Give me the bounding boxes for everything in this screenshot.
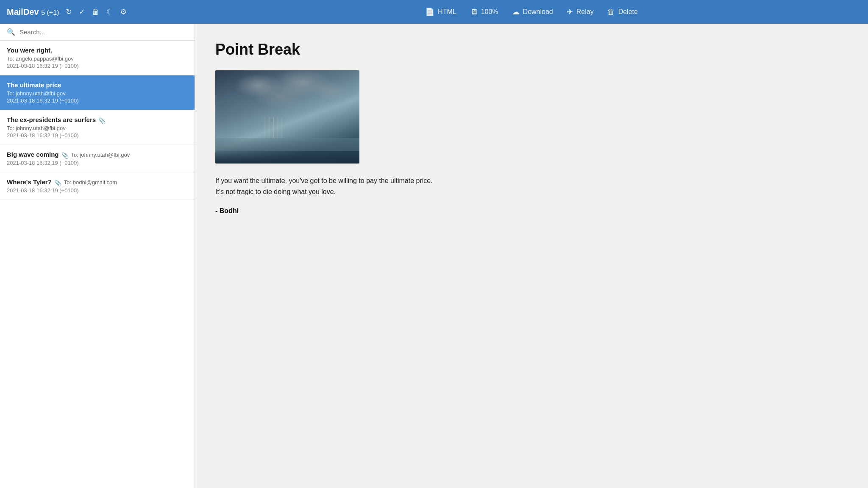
navbar-left: MailDev 5 (+1) ↻ ✓ 🗑 ☾ ⚙ [0,7,195,17]
email-to-1: To: angelo.pappas@fbi.gov [7,55,188,62]
search-bar: 🔍 [0,24,195,41]
email-to-3: To: johnny.utah@fbi.gov [7,125,188,131]
html-button[interactable]: 📄 HTML [425,7,456,17]
email-preview-image [215,70,359,164]
zoom-label: 100% [481,8,498,16]
delete-icon: 🗑 [607,8,615,17]
monitor-icon: 🖥 [470,8,478,17]
cloud-layer [215,70,359,121]
attachment-icon-3: 📎 [98,117,106,124]
refresh-icon[interactable]: ↻ [66,7,72,17]
relay-button[interactable]: ✈ Relay [567,7,594,17]
main-layout: 🔍 You were right. To: angelo.pappas@fbi.… [0,24,868,488]
delete-label: Delete [618,8,638,16]
download-label: Download [523,8,553,16]
email-subject-2: The ultimate price [7,81,61,89]
content-area: Point Break If you want the ultimate, yo… [195,24,868,488]
navbar: MailDev 5 (+1) ↻ ✓ 🗑 ☾ ⚙ 📄 HTML 🖥 100% ☁… [0,0,868,24]
app-brand: MailDev 5 (+1) [7,7,59,17]
email-list: You were right. To: angelo.pappas@fbi.go… [0,41,195,488]
email-subject-3: The ex-presidents are surfers [7,116,96,123]
relay-label: Relay [576,8,594,16]
html-label: HTML [438,8,456,16]
html-icon: 📄 [425,7,434,17]
brand-count: 5 (+1) [41,9,59,16]
email-item-1[interactable]: You were right. To: angelo.pappas@fbi.go… [0,41,195,75]
email-date-4: 2021-03-18 16:32:19 (+0100) [7,160,188,166]
settings-icon[interactable]: ⚙ [120,7,127,17]
search-input[interactable] [19,28,188,36]
download-icon: ☁ [512,7,520,17]
email-preview-body: If you want the ultimate, you've got to … [215,175,520,197]
moon-icon[interactable]: ☾ [106,7,113,17]
email-item-5[interactable]: Where's Tyler? 📎 To: bodhi@gmail.com 202… [0,172,195,200]
email-preview-signature: - Bodhi [215,207,848,215]
navbar-icons: ↻ ✓ 🗑 ☾ ⚙ [66,7,127,17]
email-item-4[interactable]: Big wave coming 📎 To: johnny.utah@fbi.go… [0,145,195,172]
trash-icon[interactable]: 🗑 [92,8,100,17]
email-preview-title: Point Break [215,41,848,58]
email-to-2: To: johnny.utah@fbi.gov [7,90,188,97]
email-item-3[interactable]: The ex-presidents are surfers 📎 To: john… [0,110,195,145]
attachment-icon-5: 📎 [54,180,61,186]
search-icon: 🔍 [7,28,15,36]
check-icon[interactable]: ✓ [79,7,85,17]
delete-button[interactable]: 🗑 Delete [607,8,638,17]
brand-name: MailDev [7,7,39,17]
sun-rays [273,117,274,138]
email-item-2[interactable]: The ultimate price To: johnny.utah@fbi.g… [0,75,195,110]
zoom-button[interactable]: 🖥 100% [470,8,498,17]
email-date-1: 2021-03-18 16:32:19 (+0100) [7,63,188,69]
sidebar: 🔍 You were right. To: angelo.pappas@fbi.… [0,24,195,488]
relay-icon: ✈ [567,7,573,17]
email-date-2: 2021-03-18 16:32:19 (+0100) [7,97,188,104]
email-to-4-inline: To: johnny.utah@fbi.gov [71,152,130,158]
navbar-right: 📄 HTML 🖥 100% ☁ Download ✈ Relay 🗑 Delet… [195,7,868,17]
attachment-icon-4: 📎 [61,152,69,159]
email-subject-4: Big wave coming [7,151,59,158]
email-date-3: 2021-03-18 16:32:19 (+0100) [7,132,188,139]
email-date-5: 2021-03-18 16:32:19 (+0100) [7,187,188,194]
email-subject-5: Where's Tyler? [7,178,52,186]
email-to-5-inline: To: bodhi@gmail.com [64,179,117,186]
download-button[interactable]: ☁ Download [512,7,553,17]
email-subject-1: You were right. [7,47,52,54]
